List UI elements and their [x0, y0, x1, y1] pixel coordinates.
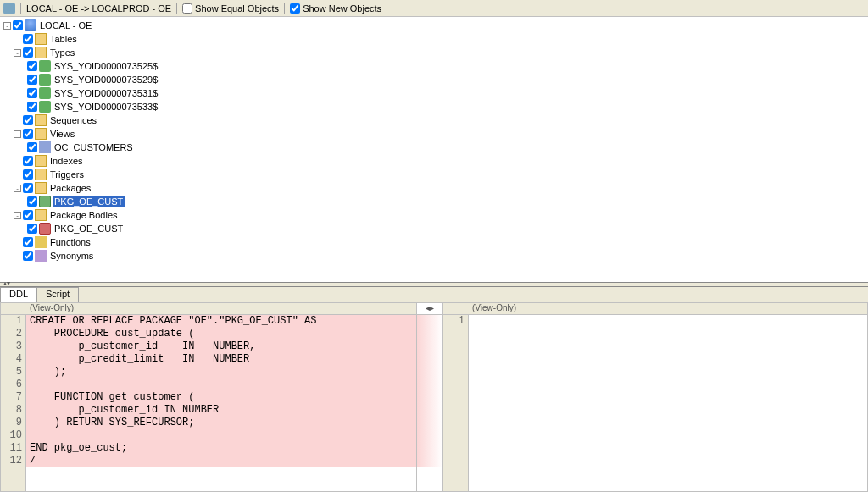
- synonym-icon: [35, 250, 47, 262]
- type-label-1: SYS_YOID0000073529$: [53, 75, 159, 85]
- code-line: p_customer_id IN NUMBER: [26, 404, 416, 417]
- left-gutter: 123456789101112: [1, 315, 26, 491]
- app-icon: [3, 3, 15, 14]
- diff-marks: [417, 315, 442, 491]
- collapse-icon[interactable]: -: [14, 212, 21, 219]
- breadcrumb: LOCAL - OE -> LOCALPROD - OE: [26, 3, 171, 14]
- code-line: END pkg_oe_cust;: [26, 442, 416, 455]
- tree-tables[interactable]: Tables: [3, 32, 865, 46]
- tree-indexes[interactable]: Indexes: [3, 154, 865, 168]
- tab-script-label: Script: [46, 289, 70, 299]
- tree-checkbox[interactable]: [13, 20, 23, 30]
- spacer: [14, 171, 21, 179]
- tree-checkbox[interactable]: [27, 61, 37, 71]
- package-icon: [39, 196, 51, 207]
- separator: [284, 3, 285, 14]
- tree-checkbox[interactable]: [23, 129, 33, 139]
- package-body-label-0: PKG_OE_CUST: [53, 224, 125, 234]
- type-icon: [39, 101, 51, 113]
- code-line: [26, 379, 416, 391]
- tree-checkbox[interactable]: [23, 156, 33, 166]
- folder-icon: [35, 128, 47, 140]
- tree-sequences[interactable]: Sequences: [3, 113, 865, 127]
- show-equal-checkbox[interactable]: Show Equal Objects: [182, 3, 279, 14]
- type-label-2: SYS_YOID0000073531$: [53, 88, 159, 98]
- spacer: [14, 158, 21, 165]
- collapse-icon[interactable]: -: [14, 130, 21, 138]
- spacer: [14, 252, 21, 260]
- right-gutter: 1: [443, 315, 469, 491]
- tree-type-item[interactable]: SYS_YOID0000073531$: [3, 86, 865, 100]
- show-new-input[interactable]: [290, 3, 300, 14]
- tree-views[interactable]: - Views: [3, 127, 865, 141]
- show-new-label: Show New Objects: [303, 3, 381, 14]
- object-tree[interactable]: - LOCAL - OE Tables - Types SYS_YOID0000…: [0, 17, 868, 282]
- right-code[interactable]: 1: [443, 315, 867, 491]
- tree-functions[interactable]: Functions: [3, 235, 865, 249]
- functions-label: Functions: [48, 237, 92, 247]
- spacer: [14, 239, 21, 246]
- code-line: [469, 315, 867, 328]
- tree-checkbox[interactable]: [23, 34, 33, 44]
- folder-icon: [35, 209, 47, 221]
- tree-types[interactable]: - Types: [3, 46, 865, 59]
- tree-synonyms[interactable]: Synonyms: [3, 249, 865, 263]
- right-header: (View-Only): [443, 303, 867, 315]
- tab-ddl-label: DDL: [9, 289, 28, 299]
- type-icon: [39, 87, 51, 99]
- type-icon: [39, 60, 51, 72]
- tree-checkbox[interactable]: [27, 196, 37, 207]
- tree-checkbox[interactable]: [27, 142, 37, 152]
- diff-sync-icon[interactable]: ◂▸: [417, 303, 442, 315]
- folder-icon: [35, 33, 47, 45]
- left-header: (View-Only): [1, 303, 416, 315]
- tree-checkbox[interactable]: [27, 224, 37, 234]
- folder-icon: [35, 114, 47, 126]
- tree-checkbox[interactable]: [23, 169, 33, 180]
- tree-checkbox[interactable]: [23, 251, 33, 261]
- folder-icon: [35, 155, 47, 167]
- view-icon: [39, 141, 51, 153]
- spacer: [14, 36, 21, 43]
- tree-type-item[interactable]: SYS_YOID0000073529$: [3, 73, 865, 86]
- tab-ddl[interactable]: DDL: [0, 287, 37, 302]
- horizontal-splitter[interactable]: [0, 282, 868, 287]
- show-equal-input[interactable]: [182, 3, 192, 14]
- tree-type-item[interactable]: SYS_YOID0000073533$: [3, 100, 865, 113]
- tree-checkbox[interactable]: [23, 183, 33, 193]
- tree-checkbox[interactable]: [23, 210, 33, 220]
- package-label-0: PKG_OE_CUST: [53, 196, 125, 207]
- separator: [176, 3, 177, 14]
- collapse-icon[interactable]: -: [3, 22, 11, 30]
- database-icon: [25, 19, 36, 31]
- views-label: Views: [48, 129, 76, 139]
- left-code[interactable]: 123456789101112 CREATE OR REPLACE PACKAG…: [1, 315, 416, 491]
- tree-package-item[interactable]: PKG_OE_CUST: [3, 195, 865, 208]
- collapse-icon[interactable]: -: [14, 49, 21, 57]
- tree-triggers[interactable]: Triggers: [3, 168, 865, 181]
- tree-checkbox[interactable]: [27, 75, 37, 85]
- code-line: [26, 429, 416, 442]
- show-new-checkbox[interactable]: Show New Objects: [290, 3, 381, 14]
- view-label-0: OC_CUSTOMERS: [53, 142, 135, 152]
- package-bodies-label: Package Bodies: [48, 210, 120, 220]
- code-line: );: [26, 366, 416, 379]
- tree-checkbox[interactable]: [23, 47, 33, 58]
- compare-area: (View-Only) 123456789101112 CREATE OR RE…: [0, 302, 868, 492]
- collapse-icon[interactable]: -: [14, 185, 21, 192]
- tree-package-body-item[interactable]: PKG_OE_CUST: [3, 222, 865, 235]
- tree-checkbox[interactable]: [23, 237, 33, 247]
- tree-checkbox[interactable]: [27, 102, 37, 112]
- folder-icon: [35, 182, 47, 194]
- package-body-icon: [39, 223, 51, 235]
- tree-checkbox[interactable]: [23, 115, 33, 125]
- tree-packages[interactable]: - Packages: [3, 181, 865, 195]
- tree-checkbox[interactable]: [27, 88, 37, 98]
- tree-view-item[interactable]: OC_CUSTOMERS: [3, 141, 865, 154]
- type-label-3: SYS_YOID0000073533$: [53, 102, 159, 112]
- tree-package-bodies[interactable]: - Package Bodies: [3, 208, 865, 222]
- show-equal-label: Show Equal Objects: [195, 3, 279, 14]
- tree-root[interactable]: - LOCAL - OE: [3, 19, 865, 32]
- tab-script[interactable]: Script: [36, 287, 79, 302]
- tree-type-item[interactable]: SYS_YOID0000073525$: [3, 59, 865, 73]
